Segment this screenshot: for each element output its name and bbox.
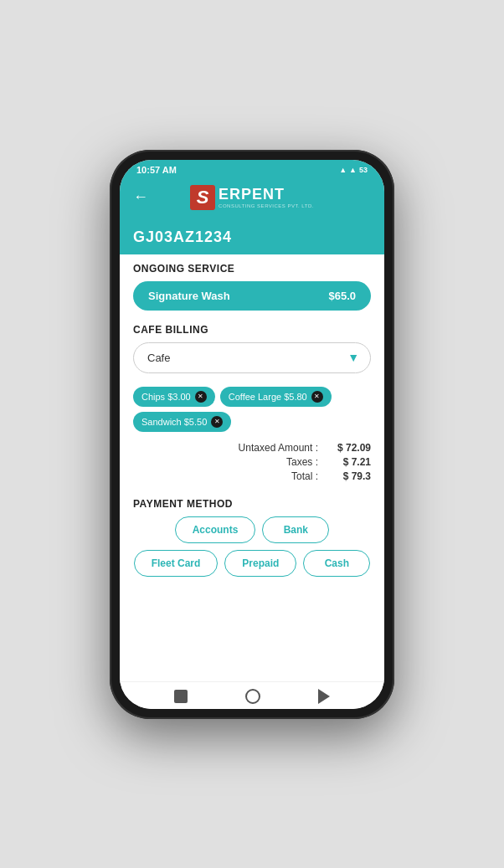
totals-section: Untaxed Amount : $ 72.09 Taxes : $ 7.21 … [120, 437, 384, 491]
total-row: Total : $ 79.3 [133, 470, 371, 482]
total-label: Total : [291, 470, 318, 482]
ongoing-service-section: ONGOING SERVICE Signature Wash $65.0 [120, 254, 384, 316]
plate-bar: GJ03AZ1234 [120, 220, 384, 254]
app-header: ← S ERPENT CONSULTING SERVICES PVT. LTD. [120, 178, 384, 220]
ongoing-service-label: ONGOING SERVICE [133, 263, 371, 275]
status-icons: ▲ ▲ 53 [339, 166, 368, 174]
payment-label: PAYMENT METHOD [133, 498, 371, 510]
tags-area: Chips $3.00 ✕ Coffee Large $5.80 ✕ Sandw… [120, 383, 384, 437]
untaxed-label: Untaxed Amount : [239, 442, 318, 454]
home-back-icon [318, 689, 330, 704]
payment-bank-button[interactable]: Bank [262, 516, 329, 543]
tag-chips-label: Chips $3.00 [141, 392, 191, 402]
tag-sandwich-close[interactable]: ✕ [211, 416, 223, 428]
cafe-dropdown[interactable]: Cafe [133, 342, 371, 373]
cafe-billing-label: CAFE BILLING [133, 324, 371, 336]
home-circle-icon [245, 689, 260, 704]
tag-coffee-label: Coffee Large $5.80 [229, 392, 307, 402]
tag-sandwich: Sandwich $5.50 ✕ [133, 412, 231, 432]
total-value: $ 79.3 [325, 470, 371, 482]
logo-s-icon: S [190, 185, 215, 210]
logo-sub-text: CONSULTING SERVICES PVT. LTD. [219, 203, 314, 208]
payment-buttons-area: Accounts Bank Fleet Card Prepaid Cash [133, 516, 371, 577]
main-content: ONGOING SERVICE Signature Wash $65.0 CAF… [120, 254, 384, 681]
tag-coffee-close[interactable]: ✕ [311, 391, 323, 403]
back-button[interactable]: ← [133, 188, 148, 206]
cafe-billing-section: CAFE BILLING Cafe ▼ [120, 316, 384, 383]
service-item-name: Signature Wash [148, 290, 230, 302]
untaxed-value: $ 72.09 [325, 442, 371, 454]
phone-home-bar [120, 681, 384, 709]
phone-screen: 10:57 AM ▲ ▲ 53 ← S ERPENT CONSULTING SE… [120, 160, 384, 709]
service-item: Signature Wash $65.0 [133, 281, 371, 311]
cafe-dropdown-container: Cafe ▼ [133, 342, 371, 373]
tag-coffee: Coffee Large $5.80 ✕ [220, 387, 332, 407]
taxes-label: Taxes : [286, 456, 318, 468]
signal-icon: ▲ [339, 166, 347, 174]
battery-icon: 53 [359, 166, 368, 174]
tag-chips-close[interactable]: ✕ [195, 391, 207, 403]
status-time: 10:57 AM [136, 165, 177, 175]
taxes-row: Taxes : $ 7.21 [133, 456, 371, 468]
service-item-price: $65.0 [328, 290, 356, 302]
payment-fleetcard-button[interactable]: Fleet Card [134, 550, 219, 577]
payment-cash-button[interactable]: Cash [303, 550, 370, 577]
tag-chips: Chips $3.00 ✕ [133, 387, 215, 407]
wifi-icon: ▲ [349, 166, 357, 174]
home-square-icon [174, 690, 188, 703]
logo-main-text: ERPENT [219, 186, 314, 203]
logo-text-block: ERPENT CONSULTING SERVICES PVT. LTD. [219, 186, 314, 208]
plate-number: GJ03AZ1234 [133, 229, 232, 245]
payment-section: PAYMENT METHOD Accounts Bank Fleet Card … [120, 491, 384, 583]
status-bar: 10:57 AM ▲ ▲ 53 [120, 160, 384, 178]
payment-prepaid-button[interactable]: Prepaid [224, 550, 296, 577]
app-logo: S ERPENT CONSULTING SERVICES PVT. LTD. [190, 185, 314, 210]
tag-sandwich-label: Sandwich $5.50 [141, 417, 207, 427]
phone-frame: 10:57 AM ▲ ▲ 53 ← S ERPENT CONSULTING SE… [110, 150, 394, 719]
taxes-value: $ 7.21 [325, 456, 371, 468]
untaxed-row: Untaxed Amount : $ 72.09 [133, 442, 371, 454]
payment-accounts-button[interactable]: Accounts [175, 516, 256, 543]
